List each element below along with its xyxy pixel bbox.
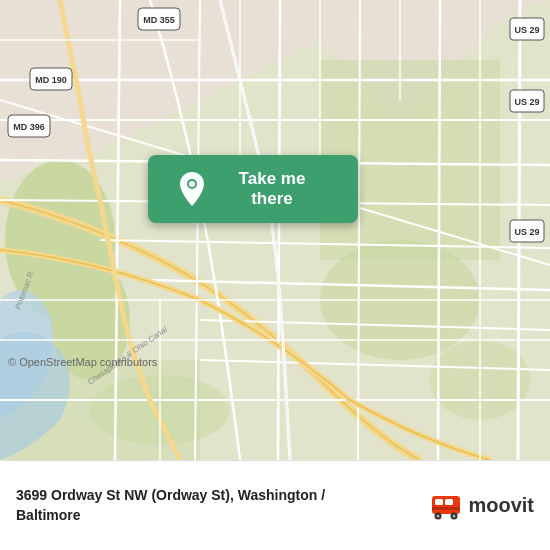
svg-point-52	[437, 514, 440, 517]
svg-text:MD 190: MD 190	[35, 75, 67, 85]
moovit-label: moovit	[468, 494, 534, 517]
cta-button-container: Take me there	[148, 155, 358, 223]
address-block: 3699 Ordway St NW (Ordway St), Washingto…	[16, 486, 418, 525]
moovit-logo: moovit	[428, 488, 534, 524]
take-me-there-button[interactable]: Take me there	[148, 155, 358, 223]
copyright-text: © OpenStreetMap contributors	[8, 356, 157, 368]
svg-point-47	[189, 181, 195, 187]
location-pin-icon	[178, 172, 206, 206]
bottom-bar: 3699 Ordway St NW (Ordway St), Washingto…	[0, 460, 550, 550]
svg-text:MD 355: MD 355	[143, 15, 175, 25]
svg-text:MD 396: MD 396	[13, 122, 45, 132]
moovit-bus-icon	[428, 488, 464, 524]
cta-button-label: Take me there	[216, 169, 328, 209]
svg-rect-50	[445, 499, 453, 505]
svg-text:US 29: US 29	[514, 227, 539, 237]
map-container: MD 355 MD 190 MD 396 US 29 US 29 US 29 C…	[0, 0, 550, 460]
svg-text:US 29: US 29	[514, 97, 539, 107]
address-line: 3699 Ordway St NW (Ordway St), Washingto…	[16, 486, 418, 525]
svg-text:US 29: US 29	[514, 25, 539, 35]
svg-rect-49	[435, 499, 443, 505]
svg-rect-48	[432, 496, 460, 514]
map-svg: MD 355 MD 190 MD 396 US 29 US 29 US 29 C…	[0, 0, 550, 460]
svg-point-54	[453, 514, 456, 517]
svg-rect-55	[432, 507, 460, 510]
